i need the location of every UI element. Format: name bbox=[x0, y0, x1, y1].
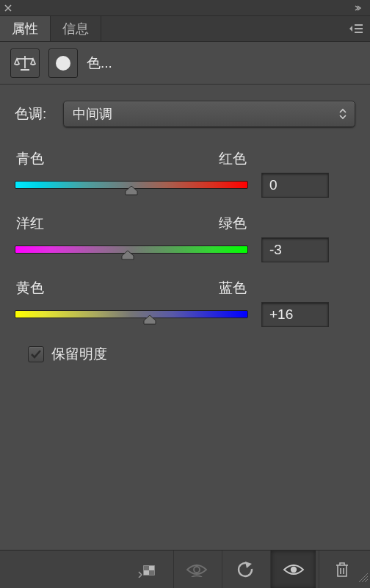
slider-value-yb[interactable]: +16 bbox=[261, 302, 329, 327]
reset-icon[interactable] bbox=[222, 551, 267, 589]
slider-yellow-blue: 黄色 蓝色 +16 bbox=[15, 279, 355, 327]
slider-right-label: 蓝色 bbox=[219, 279, 247, 298]
adjustment-header: 色... bbox=[0, 42, 370, 85]
slider-magenta-green: 洋红 绿色 -3 bbox=[15, 214, 355, 262]
slider-left-label: 青色 bbox=[16, 149, 44, 168]
resize-handle-icon[interactable] bbox=[358, 572, 369, 587]
slider-right-label: 红色 bbox=[219, 149, 247, 168]
tone-label: 色调: bbox=[15, 104, 51, 123]
tone-dropdown[interactable]: 中间调 bbox=[63, 101, 355, 127]
slider-knob-yb[interactable] bbox=[143, 315, 156, 325]
preserve-luminosity-row: 保留明度 bbox=[15, 345, 355, 364]
slider-knob-cr[interactable] bbox=[125, 186, 138, 196]
preserve-luminosity-label: 保留明度 bbox=[51, 345, 107, 364]
slider-track-yb[interactable] bbox=[15, 309, 248, 320]
toggle-visibility-icon[interactable] bbox=[270, 551, 316, 589]
slider-right-label: 绿色 bbox=[219, 214, 247, 233]
tone-value: 中间调 bbox=[73, 105, 112, 123]
color-balance-icon bbox=[10, 49, 40, 78]
slider-cyan-red: 青色 红色 0 bbox=[15, 149, 355, 198]
slider-left-label: 黄色 bbox=[16, 279, 44, 298]
dropdown-arrows-icon bbox=[338, 107, 347, 121]
svg-point-5 bbox=[290, 566, 296, 572]
tab-properties[interactable]: 属性 bbox=[0, 16, 51, 41]
close-icon[interactable] bbox=[4, 4, 12, 12]
slider-track-mg[interactable] bbox=[15, 244, 248, 256]
tab-bar: 属性 信息 bbox=[0, 15, 370, 42]
panel-body: 色调: 中间调 青色 红色 0 洋红 绿色 bbox=[0, 85, 370, 550]
clip-to-layer-icon[interactable] bbox=[125, 551, 170, 589]
preserve-luminosity-checkbox[interactable] bbox=[28, 346, 44, 362]
svg-rect-2 bbox=[144, 566, 149, 570]
adjustment-title: 色... bbox=[87, 54, 112, 73]
slider-value-cr[interactable]: 0 bbox=[261, 173, 329, 198]
tone-row: 色调: 中间调 bbox=[15, 101, 355, 127]
svg-rect-3 bbox=[149, 570, 154, 575]
panel-topstrip bbox=[0, 0, 370, 15]
panel-footer bbox=[0, 550, 370, 588]
view-previous-icon[interactable] bbox=[173, 551, 219, 589]
slider-knob-mg[interactable] bbox=[121, 251, 134, 260]
delete-icon[interactable] bbox=[319, 551, 364, 589]
collapse-icon[interactable] bbox=[354, 4, 366, 12]
layer-mask-icon[interactable] bbox=[48, 49, 78, 78]
slider-value-mg[interactable]: -3 bbox=[261, 237, 329, 262]
panel-menu-icon[interactable] bbox=[344, 16, 370, 41]
tab-info[interactable]: 信息 bbox=[51, 16, 101, 41]
slider-track-cr[interactable] bbox=[15, 179, 248, 191]
slider-left-label: 洋红 bbox=[16, 214, 44, 233]
svg-point-4 bbox=[194, 567, 200, 573]
